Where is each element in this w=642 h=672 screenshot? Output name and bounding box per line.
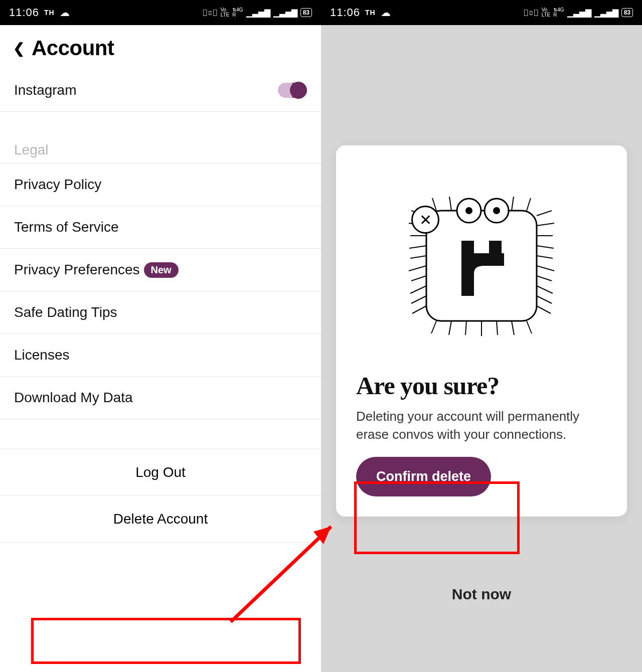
confirm-delete-button[interactable]: Confirm delete [356, 457, 491, 496]
svg-line-7 [411, 276, 426, 281]
battery-indicator: 83 [300, 8, 312, 17]
page-header: ❮ Account [0, 25, 321, 69]
battery-indicator: 83 [621, 8, 633, 17]
modal-title: Are you sure? [356, 371, 607, 400]
svg-line-26 [512, 321, 514, 335]
status-indicators: ⌷▯⌷ VoLTE ⇅4GR ▁▃▅▇ ▁▃▅▇ 83 [203, 8, 312, 18]
signal-bars-icon: ▁▃▅▇ [246, 8, 270, 18]
row-safe-dating-label: Safe Dating Tips [14, 304, 117, 320]
svg-line-20 [537, 306, 551, 313]
svg-point-33 [465, 207, 472, 214]
row-log-out[interactable]: Log Out [0, 449, 321, 496]
row-licenses[interactable]: Licenses [0, 334, 321, 377]
svg-line-16 [537, 266, 554, 271]
svg-line-21 [431, 321, 436, 333]
network-4g-icon: ⇅4GR [553, 8, 564, 18]
svg-point-35 [493, 207, 500, 214]
row-privacy-policy[interactable]: Privacy Policy [0, 163, 321, 206]
signal-bars-icon-2: ▁▃▅▇ [594, 8, 618, 18]
spacer [0, 419, 321, 449]
svg-line-18 [537, 286, 553, 293]
status-bar: 11:06 TH ☁ ⌷▯⌷ VoLTE ⇅4GR ▁▃▅▇ ▁▃▅▇ 83 [321, 0, 642, 25]
modal-description: Deleting your account will permanently e… [356, 407, 607, 444]
row-download-data-label: Download My Data [14, 390, 133, 406]
svg-line-29 [449, 197, 451, 211]
svg-line-14 [537, 246, 554, 248]
row-licenses-label: Licenses [14, 347, 70, 363]
log-out-label: Log Out [135, 464, 186, 480]
row-safe-dating[interactable]: Safe Dating Tips [0, 291, 321, 334]
svg-line-31 [527, 198, 531, 211]
vibrate-icon: ⌷▯⌷ [203, 8, 218, 17]
svg-line-17 [537, 276, 552, 281]
network-4g-icon: ⇅4GR [232, 8, 243, 18]
delete-account-label: Delete Account [113, 511, 208, 527]
svg-line-9 [411, 296, 426, 303]
row-instagram[interactable]: Instagram [0, 69, 321, 112]
volte-icon: VoLTE [542, 8, 551, 18]
svg-line-19 [537, 296, 552, 303]
confirm-delete-modal: ✕ Are you sure? Deleting your account wi… [336, 145, 627, 517]
svg-line-11 [537, 211, 552, 216]
svg-line-27 [527, 321, 532, 333]
signal-bars-icon: ▁▃▅▇ [567, 8, 591, 18]
section-legal: Legal [0, 112, 321, 163]
svg-line-5 [410, 256, 426, 258]
svg-line-22 [449, 321, 451, 335]
not-now-label: Not now [452, 586, 511, 602]
instagram-toggle[interactable] [278, 83, 307, 98]
cloud-icon: ☁ [381, 7, 391, 19]
page-title: Account [32, 36, 114, 60]
cloud-icon: ☁ [60, 7, 70, 19]
confirm-delete-screen: 11:06 TH ☁ ⌷▯⌷ VoLTE ⇅4GR ▁▃▅▇ ▁▃▅▇ 83 [321, 0, 642, 672]
row-instagram-label: Instagram [14, 82, 77, 98]
status-indicators: ⌷▯⌷ VoLTE ⇅4GR ▁▃▅▇ ▁▃▅▇ 83 [524, 8, 633, 18]
svg-line-10 [412, 306, 426, 313]
svg-line-6 [409, 266, 426, 271]
status-time: 11:06 [9, 6, 39, 19]
close-icon[interactable]: ✕ [411, 206, 439, 234]
annotation-box-delete [31, 618, 301, 664]
status-carrier-label: TH [44, 9, 55, 17]
row-terms-label: Terms of Service [14, 219, 119, 235]
svg-line-4 [409, 246, 426, 248]
row-delete-account[interactable]: Delete Account [0, 496, 321, 543]
status-bar: 11:06 TH ☁ ⌷▯⌷ VoLTE ⇅4GR ▁▃▅▇ ▁▃▅▇ 83 [0, 0, 321, 25]
svg-line-12 [537, 223, 554, 226]
svg-line-25 [497, 321, 498, 335]
hinge-monster-icon [396, 176, 567, 346]
svg-line-8 [410, 286, 426, 293]
row-privacy-preferences-label: Privacy Preferences [14, 262, 140, 278]
svg-line-23 [465, 321, 466, 335]
svg-line-30 [512, 197, 514, 211]
status-time: 11:06 [330, 6, 360, 19]
row-privacy-policy-label: Privacy Policy [14, 177, 101, 193]
volte-icon: VoLTE [221, 8, 230, 18]
row-privacy-preferences[interactable]: Privacy Preferences New [0, 249, 321, 291]
row-download-data[interactable]: Download My Data [0, 377, 321, 419]
signal-bars-icon-2: ▁▃▅▇ [273, 8, 297, 18]
not-now-button[interactable]: Not now [321, 586, 642, 603]
back-icon[interactable]: ❮ [13, 40, 25, 57]
status-carrier-label: TH [365, 9, 376, 17]
vibrate-icon: ⌷▯⌷ [524, 8, 539, 17]
new-badge: New [144, 262, 179, 278]
account-settings-screen: 11:06 TH ☁ ⌷▯⌷ VoLTE ⇅4GR ▁▃▅▇ ▁▃▅▇ 83 ❮… [0, 0, 321, 672]
svg-line-15 [537, 256, 553, 258]
modal-illustration: ✕ [356, 155, 607, 366]
row-terms[interactable]: Terms of Service [0, 206, 321, 249]
